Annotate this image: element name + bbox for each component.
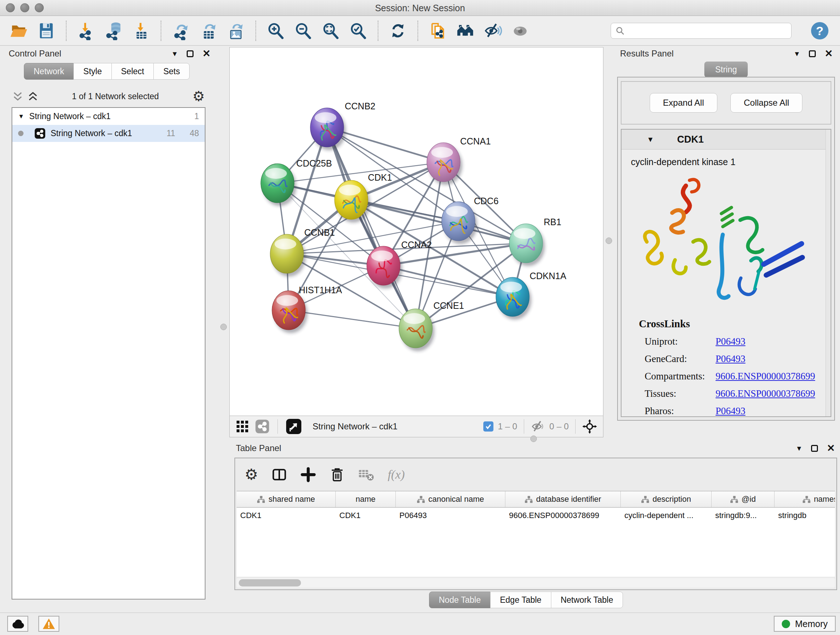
function-builder-icon[interactable]: f(x) [388, 468, 405, 481]
open-session-button[interactable] [9, 21, 28, 40]
node-label: CCNB1 [304, 227, 335, 238]
results-scrollbar[interactable] [826, 130, 831, 416]
column-header-shared-name[interactable]: shared name [237, 491, 336, 507]
tab-edge-table[interactable]: Edge Table [490, 592, 551, 608]
section-collapse-icon[interactable]: ▼ [647, 136, 654, 143]
network-node-cdkn1a[interactable]: CDKN1A [496, 271, 567, 320]
expand-all-button[interactable]: Expand All [650, 93, 717, 112]
export-image-button[interactable] [226, 21, 245, 40]
table-cell[interactable]: CDK1 [237, 508, 336, 524]
export-network-button[interactable] [172, 21, 190, 40]
control-panel-close-icon[interactable]: ✕ [202, 49, 210, 59]
import-table-button[interactable] [132, 21, 150, 40]
collapse-all-button[interactable]: Collapse All [730, 93, 802, 112]
control-panel-collapse-icon[interactable]: ▼ [172, 50, 178, 57]
zoom-out-button[interactable] [294, 21, 313, 40]
import-database-button[interactable] [104, 21, 123, 40]
tab-sets[interactable]: Sets [153, 63, 189, 80]
table-cell[interactable]: cyclin-dependent ... [621, 508, 712, 524]
network-node-hist1h1a[interactable]: HIST1H1A [272, 285, 342, 333]
network-birdseye-icon[interactable] [255, 419, 270, 434]
detach-view-icon[interactable] [286, 418, 302, 434]
collection-expand-icon[interactable]: ▼ [18, 113, 24, 119]
crosslink-genecard-link[interactable]: P06493 [715, 353, 745, 364]
hide-unhide-button[interactable] [483, 21, 502, 40]
refresh-button[interactable] [388, 21, 407, 40]
network-node-cdc6[interactable]: CDC6 [442, 196, 499, 244]
table-panel-close-icon[interactable]: ✕ [827, 443, 835, 453]
crosslink-pharos-link[interactable]: P06493 [715, 405, 745, 417]
save-session-button[interactable] [37, 21, 56, 40]
tab-string[interactable]: String [704, 62, 748, 78]
left-splitter-handle[interactable] [220, 324, 227, 330]
delete-column-icon[interactable] [329, 467, 345, 483]
crosslink-row: Compartments:9606.ENSP00000378699 [645, 371, 831, 382]
network-node-ccnb2[interactable]: CCNB2 [310, 101, 376, 150]
table-data-row[interactable]: CDK1CDK1P064939606.ENSP00000378699cyclin… [237, 508, 835, 524]
network-selection-status: 1 of 1 Network selected [38, 92, 193, 101]
expand-all-icon[interactable] [27, 91, 38, 102]
table-cell[interactable]: P06493 [396, 508, 505, 524]
results-panel-collapse-icon[interactable]: ▼ [794, 50, 801, 57]
pan-crosshair-icon[interactable] [582, 419, 597, 434]
warning-button[interactable] [38, 616, 59, 632]
table-cell[interactable]: stringdb [775, 508, 835, 524]
memory-button[interactable]: Memory [774, 616, 836, 632]
tab-select[interactable]: Select [111, 63, 154, 80]
table-panel-collapse-icon[interactable]: ▼ [796, 445, 803, 452]
cdk1-section-header[interactable]: ▼ CDK1 [622, 130, 831, 149]
refresh-icon [388, 21, 407, 40]
crosslink-tissues-link[interactable]: 9606.ENSP00000378699 [715, 388, 815, 399]
export-table-button[interactable] [199, 21, 218, 40]
control-panel-float-icon[interactable] [187, 50, 194, 57]
tab-network-table[interactable]: Network Table [551, 592, 623, 608]
gear-icon[interactable]: ⚙ [193, 89, 205, 103]
table-cell[interactable]: CDK1 [336, 508, 396, 524]
column-header-description[interactable]: description [621, 491, 712, 507]
tab-style[interactable]: Style [73, 63, 111, 80]
network-node-ccne1[interactable]: CCNE1 [399, 301, 464, 351]
column-header-name[interactable]: name [336, 491, 396, 507]
cloud-button[interactable] [7, 616, 28, 632]
table-horizontal-scrollbar[interactable] [237, 578, 835, 587]
zoom-in-button[interactable] [266, 21, 285, 40]
crosslink-uniprot-link[interactable]: P06493 [715, 336, 745, 347]
collapse-all-icon[interactable] [12, 91, 23, 102]
import-network-button[interactable] [77, 21, 95, 40]
crosslink-compartments-link[interactable]: 9606.ENSP00000378699 [715, 371, 815, 382]
right-splitter-handle[interactable] [606, 238, 612, 244]
table-cell[interactable]: stringdb:9... [712, 508, 775, 524]
column-header-canonical-name[interactable]: canonical name [396, 491, 505, 507]
grid-view-icon[interactable] [235, 420, 249, 433]
scrollbar-thumb[interactable] [239, 579, 301, 586]
network-row[interactable]: String Network – cdk1 11 48 [12, 125, 205, 142]
table-panel-float-icon[interactable] [811, 445, 818, 452]
help-button[interactable]: ? [811, 22, 829, 40]
show-columns-icon[interactable] [271, 467, 287, 483]
show-eye-button[interactable] [511, 21, 530, 40]
selected-checkbox-icon[interactable] [483, 421, 493, 432]
import-table-icon [132, 21, 150, 40]
home-view-button[interactable] [456, 21, 475, 40]
network-graph[interactable]: CCNB2CCNA1CDC25BCDK1CDC6RB1CCNB1CCNA2CDK… [230, 48, 603, 415]
results-panel-float-icon[interactable] [809, 50, 816, 57]
delete-table-icon[interactable] [358, 467, 375, 482]
results-panel-close-icon[interactable]: ✕ [824, 49, 833, 59]
clone-network-button[interactable] [428, 21, 447, 40]
search-box[interactable] [611, 23, 791, 39]
network-node-cdc25b[interactable]: CDC25B [261, 158, 332, 206]
table-cell[interactable]: 9606.ENSP00000378699 [505, 508, 621, 524]
zoom-selected-button[interactable] [349, 21, 368, 40]
search-input[interactable] [628, 26, 787, 36]
add-column-icon[interactable] [300, 467, 316, 483]
tab-network[interactable]: Network [24, 63, 74, 80]
zoom-fit-button[interactable] [321, 21, 340, 40]
table-settings-gear-icon[interactable]: ⚙ [245, 467, 258, 482]
column-header-namespace[interactable]: namespace [775, 491, 835, 507]
column-header-database-identifier[interactable]: database identifier [505, 491, 621, 507]
network-node-rb1[interactable]: RB1 [509, 217, 561, 266]
column-header--id[interactable]: @id [712, 491, 775, 507]
tab-node-table[interactable]: Node Table [429, 592, 491, 608]
network-view-canvas[interactable]: CCNB2CCNA1CDC25BCDK1CDC6RB1CCNB1CCNA2CDK… [229, 47, 603, 416]
network-collection-row[interactable]: ▼ String Network – cdk1 1 [12, 108, 205, 125]
